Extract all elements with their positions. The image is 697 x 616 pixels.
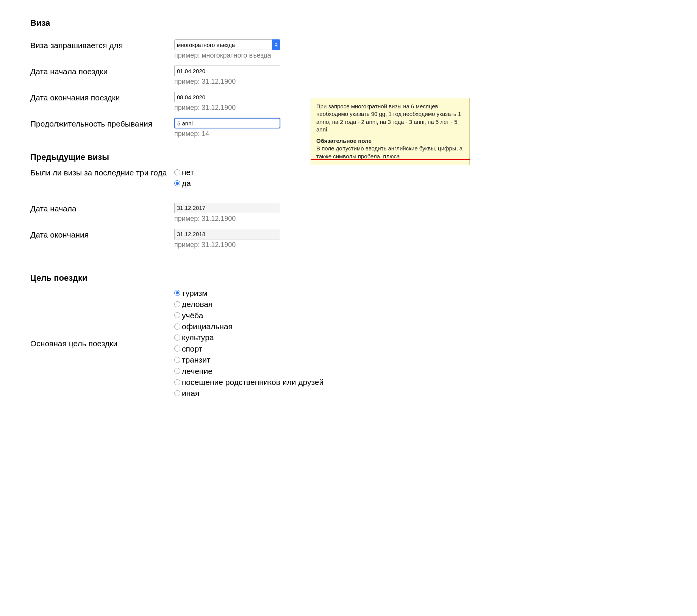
radio-purpose-5[interactable] (174, 346, 180, 352)
radio-label-purpose-6: транзит (182, 354, 211, 365)
label-start-date: Дата начала поездки (30, 66, 174, 77)
radio-label-purpose-4: культура (182, 332, 214, 343)
label-visa-requested-for: Виза запрашивается для (30, 39, 174, 51)
radio-label-purpose-0: туризм (182, 288, 208, 299)
radio-label-purpose-5: спорт (182, 343, 202, 354)
section-title-trip-purpose: Цель поездки (30, 273, 667, 283)
label-duration: Продолжительность пребывания (30, 118, 174, 129)
radio-purpose-6[interactable] (174, 357, 180, 363)
example-prev-end: пример: 31.12.1900 (174, 241, 288, 249)
example-end-date: пример: 31.12.1900 (174, 104, 288, 112)
radio-purpose-8[interactable] (174, 379, 180, 385)
radio-purpose-9[interactable] (174, 390, 180, 396)
example-duration: пример: 14 (174, 130, 288, 138)
input-prev-start[interactable] (174, 203, 280, 213)
tooltip-strong: Обязательное поле (316, 137, 464, 145)
label-prev-end: Дата окончания (30, 229, 174, 240)
radio-label-purpose-9: иная (182, 388, 199, 399)
tooltip-underline (311, 159, 470, 160)
radio-label-purpose-2: учёба (182, 310, 203, 321)
example-prev-start: пример: 31.12.1900 (174, 215, 288, 223)
select-visa-requested-for[interactable]: многократного въезда (174, 39, 280, 50)
radio-purpose-1[interactable] (174, 301, 180, 307)
example-visa-requested-for: пример: многократного въезда (174, 52, 288, 59)
radio-label-purpose-8: посещение родственников или друзей (182, 377, 323, 388)
radio-label-purpose-3: официальная (182, 321, 233, 332)
radio-purpose-4[interactable] (174, 335, 180, 341)
section-title-visa: Виза (30, 18, 667, 28)
radio-label-purpose-1: деловая (182, 299, 213, 310)
label-prev-start: Дата начала (30, 203, 174, 214)
radio-purpose-7[interactable] (174, 368, 180, 374)
radio-label-yes: да (182, 178, 191, 189)
radio-purpose-2[interactable] (174, 312, 180, 318)
radio-purpose-0[interactable] (174, 290, 180, 296)
tooltip-para1: При запросе многократной визы на 6 месяц… (316, 103, 464, 133)
tooltip-para2: В поле допустимо вводить английские букв… (316, 145, 464, 160)
input-end-date[interactable] (174, 92, 280, 102)
radio-label-purpose-7: лечение (182, 366, 213, 377)
label-end-date: Дата окончания поездки (30, 92, 174, 103)
label-main-purpose: Основная цель поездки (30, 338, 174, 349)
radio-had-visas-no[interactable] (174, 169, 180, 175)
radio-purpose-3[interactable] (174, 324, 180, 330)
radio-label-no: нет (182, 167, 194, 178)
radio-had-visas-yes[interactable] (174, 180, 180, 186)
input-prev-end[interactable] (174, 229, 280, 239)
input-start-date[interactable] (174, 66, 280, 76)
label-had-visas: Были ли визы за последние три года (30, 167, 174, 178)
radio-group-purpose: туризмделоваяучёбаофициальнаякультураспо… (174, 288, 326, 399)
tooltip-duration-help: При запросе многократной визы на 6 месяц… (311, 98, 470, 165)
radio-group-had-visas: нет да (174, 167, 288, 189)
input-duration[interactable] (174, 118, 280, 128)
example-start-date: пример: 31.12.1900 (174, 78, 288, 86)
